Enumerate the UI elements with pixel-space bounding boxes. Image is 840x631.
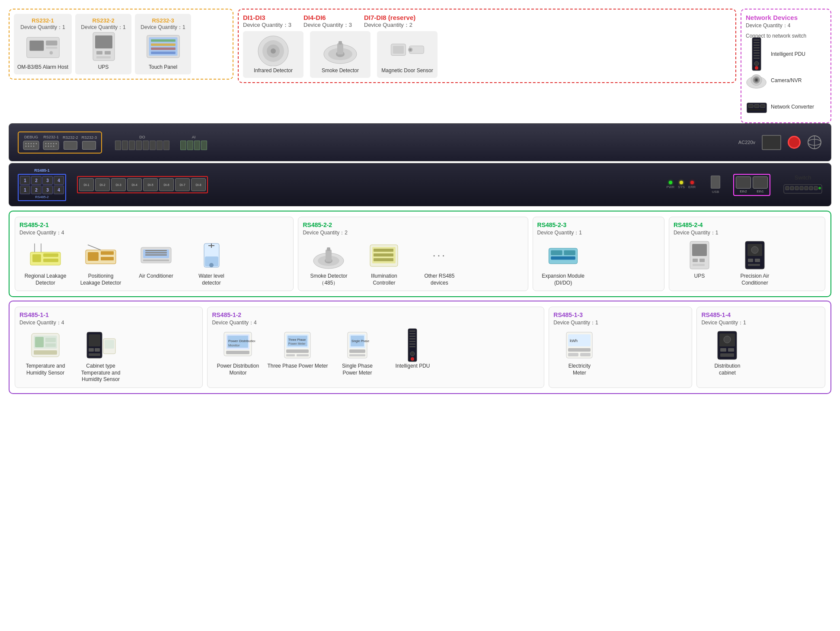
svg-point-55 xyxy=(33,143,35,144)
network-converter-icon xyxy=(746,97,767,116)
magnetic-door-sensor-card: Magnetic Door Sensor xyxy=(377,31,438,78)
svg-rect-31 xyxy=(754,39,760,41)
svg-rect-182 xyxy=(728,348,734,352)
svg-rect-166 xyxy=(409,336,415,337)
rs232-3-icon xyxy=(145,31,182,61)
ai-terminal-3 xyxy=(194,141,200,150)
svg-point-63 xyxy=(48,143,49,144)
svg-rect-76 xyxy=(790,186,794,190)
di-port-2-label: DI-2 xyxy=(99,183,105,186)
svg-rect-98 xyxy=(145,252,167,253)
rs485-1-port-5: 1 xyxy=(20,186,30,194)
svg-rect-97 xyxy=(145,250,167,251)
temp-humidity-icon xyxy=(27,330,64,360)
intelligent-pdu-network-row: Intelligent PDU xyxy=(746,42,826,65)
pwr-led-label: PWR xyxy=(666,185,674,189)
three-phase-icon: Three Phase Power Meter xyxy=(279,330,316,360)
rs485-2-2-title: RS485-2-2 xyxy=(303,221,523,228)
svg-rect-81 xyxy=(814,186,818,190)
svg-point-82 xyxy=(818,187,821,189)
rs232-2-box: RS232-2 Device Quantity：1 UPS xyxy=(75,14,131,74)
ac-inlet-icon xyxy=(762,135,781,150)
svg-point-19 xyxy=(271,48,276,54)
air-conditioner-card: Air Conditioner xyxy=(130,240,182,286)
earth-screw-icon xyxy=(807,135,822,150)
svg-point-102 xyxy=(209,263,214,267)
rs485-1-port-2: 2 xyxy=(31,176,42,185)
rs232-2-port-label: RS232-2 xyxy=(63,135,78,140)
svg-rect-50 xyxy=(748,109,764,111)
eth-ports-row: Eth2 Eth1 xyxy=(736,176,768,193)
camera-nvr-label: Camera/NVR xyxy=(771,77,802,83)
svg-rect-116 xyxy=(551,250,562,255)
positioning-leakage-icon xyxy=(83,240,119,270)
three-phase-label: Three Phase Power Meter xyxy=(267,363,328,370)
ai-label: AI xyxy=(192,135,196,139)
led-sys: SYS xyxy=(678,181,685,189)
di1-di3-qty: Device Quantity：3 xyxy=(243,21,295,29)
network-converter-row: Network Converter xyxy=(746,95,826,118)
di-port-4: DI-4 xyxy=(127,178,142,191)
rs485-2-section: RS485-2-1 Device Quantity：4 xyxy=(9,211,831,297)
intelligent-pdu-network-icon xyxy=(746,44,767,64)
ai-terminal-4 xyxy=(201,141,207,150)
di-ports-group: DI-1 DI-2 DI-3 DI-4 DI-5 DI-6 DI xyxy=(77,176,208,193)
svg-text:Three Phase: Three Phase xyxy=(288,338,306,341)
svg-point-53 xyxy=(28,143,29,144)
ups-2-4-card: UPS xyxy=(674,240,725,286)
electricity-meter-card: kWh ElectricityMeter xyxy=(553,330,605,376)
rs485-1-port-4: 4 xyxy=(54,176,64,185)
rs232-2-port-group: RS232-2 xyxy=(63,135,78,150)
di7-di8-qty: Device Quantity：2 xyxy=(364,21,416,29)
magnetic-door-sensor-label: Magnetic Door Sensor xyxy=(380,67,434,74)
di-port-1: DI-1 xyxy=(79,178,94,191)
svg-text:kWh: kWh xyxy=(570,339,578,343)
di-port-1-label: DI-1 xyxy=(83,183,89,186)
pwr-led xyxy=(669,181,672,184)
ups-2-4-icon xyxy=(681,240,718,270)
svg-rect-99 xyxy=(145,254,167,256)
rs485-1-3-qty: Device Quantity：1 xyxy=(553,319,687,327)
rs232-3-title: RS232-3 xyxy=(138,17,188,24)
svg-point-29 xyxy=(409,48,411,51)
do-terminal-2 xyxy=(122,141,128,150)
svg-rect-3 xyxy=(46,46,57,48)
rs485-1-2-qty: Device Quantity：4 xyxy=(212,319,540,327)
err-led-label: ERR xyxy=(688,185,696,189)
di4-di6-title: DI4-DI6 xyxy=(303,14,355,21)
di-port-4-label: DI-4 xyxy=(131,183,137,186)
precision-ac-icon xyxy=(736,240,773,270)
svg-rect-108 xyxy=(326,250,332,262)
svg-rect-154 xyxy=(286,349,309,353)
di-port-7: DI-7 xyxy=(175,178,190,191)
rs485-1-row2: 1 2 3 4 xyxy=(20,186,64,194)
precision-ac-label: Precision AirConditioner xyxy=(729,273,781,286)
regional-leakage-icon xyxy=(27,240,64,270)
rs232-3-port-group: RS232-3 xyxy=(82,135,97,150)
svg-rect-49 xyxy=(760,104,765,107)
led-pwr: PWR xyxy=(666,181,674,189)
infrared-detector-icon xyxy=(255,35,292,65)
rs232-2-rj45 xyxy=(64,141,77,150)
eth1-port xyxy=(753,176,768,189)
rs485-2-label-hw: RS485-2 xyxy=(20,195,64,199)
leds: PWR SYS ERR xyxy=(666,181,696,189)
svg-rect-48 xyxy=(754,104,759,107)
rs485-2-4-box: RS485-2-4 Device Quantity：1 UPS xyxy=(669,217,825,291)
rs485-1-4-devices: Distributioncabinet xyxy=(701,330,821,376)
rs485-2-2-qty: Device Quantity：2 xyxy=(303,229,523,237)
svg-point-62 xyxy=(45,143,47,144)
di-port-8: DI-8 xyxy=(191,178,206,191)
svg-point-56 xyxy=(36,143,37,144)
distribution-cabinet-card: Distributioncabinet xyxy=(701,330,753,376)
usb-group: USB xyxy=(711,176,720,194)
svg-rect-156 xyxy=(297,354,309,356)
svg-rect-123 xyxy=(693,264,705,266)
svg-point-57 xyxy=(26,145,27,147)
svg-rect-35 xyxy=(754,50,760,51)
svg-point-45 xyxy=(756,79,757,81)
rs485-1-label: RS485-1 xyxy=(34,168,50,173)
svg-rect-122 xyxy=(699,259,705,262)
svg-rect-77 xyxy=(795,186,798,190)
rs485-1-section: RS485-1-1 Device Quantity：4 xyxy=(9,301,831,394)
